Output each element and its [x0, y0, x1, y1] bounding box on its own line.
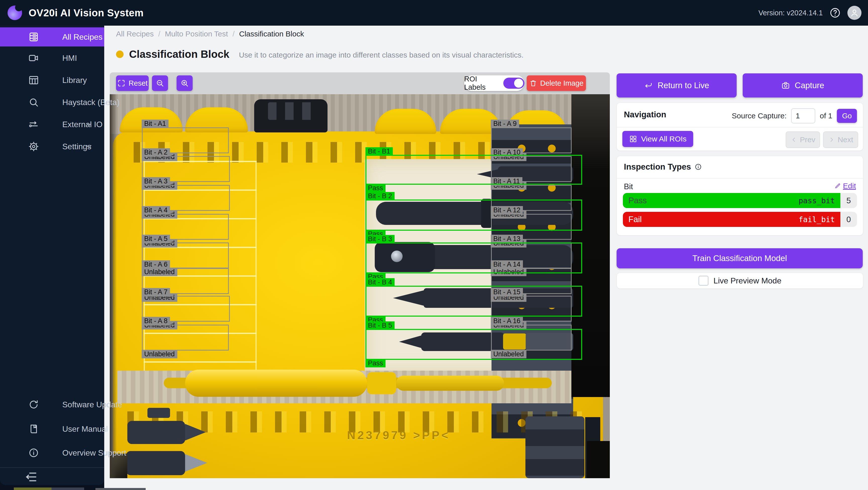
- roi-label: Bit - A 7: [142, 288, 170, 296]
- io-icon: [28, 119, 39, 130]
- sidebar-item-label: User Manual: [62, 425, 108, 434]
- library-icon: [28, 75, 39, 86]
- inspection-types-card: Inspection Types Bit Edit Passpass_bit5F…: [617, 156, 863, 235]
- app-logo-icon: [7, 5, 22, 20]
- return-to-live-button[interactable]: Return to Live: [617, 74, 737, 97]
- of-label: of 1: [820, 112, 832, 120]
- collapse-sidebar-button[interactable]: [24, 470, 42, 485]
- zoom-out-button[interactable]: [152, 76, 168, 91]
- roi-classification-tag: Pass: [366, 184, 385, 192]
- page-description: Use it to categorize an image into diffe…: [239, 49, 523, 59]
- prev-label: Prev: [800, 136, 815, 144]
- train-model-label: Train Classification Model: [692, 254, 787, 263]
- sidebar-item-hmi[interactable]: HMI: [0, 49, 104, 67]
- roi-box-bit-b-5[interactable]: Bit - B 5Pass: [366, 329, 582, 360]
- roi-label: Bit - A 4: [142, 206, 170, 214]
- roi-label: Bit - B1: [366, 147, 393, 155]
- roi-box-bit-b-4[interactable]: Bit - B 4Pass: [366, 286, 582, 317]
- inspection-count: 0: [840, 212, 857, 227]
- next-button[interactable]: Next: [823, 132, 858, 148]
- breadcrumb-separator: /: [232, 30, 235, 38]
- sidebar-item-label: Haystack (Beta): [62, 98, 120, 107]
- roi-classification-tag: Pass: [366, 359, 385, 367]
- version-label: Version: v2024.14.1: [758, 9, 823, 17]
- roi-label: Bit - A 3: [142, 177, 170, 185]
- zoom-in-icon: [180, 79, 189, 88]
- sidebar-item-library[interactable]: Library: [0, 70, 104, 90]
- return-to-live-label: Return to Live: [657, 81, 709, 90]
- roi-labels-toggle[interactable]: [503, 78, 524, 89]
- go-button[interactable]: Go: [837, 109, 857, 123]
- navigation-title: Navigation: [624, 110, 666, 119]
- roi-label: Bit - B 2: [366, 192, 395, 200]
- source-capture-input[interactable]: [791, 108, 815, 123]
- card-divider: [617, 127, 863, 127]
- sidebar-item-settings[interactable]: Settings: [0, 137, 104, 156]
- roi-label: Bit - A1: [142, 120, 168, 128]
- sidebar-item-haystack-beta[interactable]: Haystack (Beta): [0, 93, 104, 112]
- roi-label: Bit - A 16: [491, 317, 523, 325]
- edit-inspection-button[interactable]: Edit: [834, 182, 856, 190]
- delete-image-label: Delete Image: [540, 79, 584, 87]
- chevron-left-icon: [790, 136, 798, 143]
- user-avatar[interactable]: [847, 6, 862, 20]
- zoom-in-button[interactable]: [177, 76, 193, 91]
- refresh-icon: [28, 399, 39, 410]
- page-title: Classification Block: [129, 48, 229, 60]
- delete-image-button[interactable]: Delete Image: [527, 76, 586, 91]
- pencil-icon: [834, 183, 841, 189]
- inspection-row-pass[interactable]: Passpass_bit5: [623, 193, 857, 208]
- background-window-fragment: [52, 488, 84, 490]
- reset-view-button[interactable]: Reset: [116, 76, 149, 91]
- prev-button[interactable]: Prev: [786, 132, 820, 148]
- sidebar-item-label: Overview Support: [62, 448, 126, 458]
- live-preview-checkbox[interactable]: [699, 276, 709, 286]
- captured-image[interactable]: N237979 >PP< Bit - A1UnlabeledBit - A 2U…: [110, 94, 610, 478]
- roi-labels-control: ROI Labels: [464, 76, 524, 91]
- roi-box-bit-b-3[interactable]: Bit - B 3Pass: [366, 242, 582, 273]
- edit-label: Edit: [843, 182, 856, 190]
- roi-box-bit-b1[interactable]: Bit - B1Pass: [366, 155, 582, 185]
- inspection-group-label: Bit: [624, 182, 633, 191]
- roi-label: Bit - B 3: [366, 235, 395, 243]
- sidebar-item-all-recipes[interactable]: All Recipes: [0, 27, 104, 47]
- sidebar-item-overview-support[interactable]: Overview Support: [0, 443, 104, 462]
- reset-view-icon: [117, 79, 126, 87]
- info-icon[interactable]: [694, 163, 702, 171]
- trash-icon: [529, 79, 537, 87]
- capture-button[interactable]: Capture: [743, 74, 863, 97]
- roi-label: Bit - A 9: [491, 120, 519, 128]
- inspection-row-fail[interactable]: Failfail_bit0: [623, 212, 857, 227]
- chevron-down-icon: [84, 142, 94, 151]
- sidebar-item-label: Software Update: [62, 400, 122, 409]
- sidebar-item-external-io[interactable]: External IO: [0, 115, 104, 134]
- roi-label: Bit - A 2: [142, 148, 170, 156]
- app-root: OV20i AI Vision System Version: v2024.14…: [0, 0, 868, 490]
- inspection-count: 5: [840, 193, 857, 208]
- sidebar-item-user-manual[interactable]: User Manual: [0, 420, 104, 438]
- zoom-out-icon: [155, 79, 164, 88]
- app-title: OV20i AI Vision System: [29, 7, 144, 19]
- chevron-down-icon: [84, 120, 94, 129]
- breadcrumb-item[interactable]: All Recipes: [116, 30, 154, 38]
- inspection-bit-name: fail_bit: [799, 215, 835, 224]
- breadcrumb-item[interactable]: Multo Position Test: [165, 30, 228, 38]
- search-icon: [28, 97, 39, 108]
- help-icon[interactable]: [829, 7, 841, 19]
- train-model-button[interactable]: Train Classification Model: [617, 248, 863, 268]
- live-preview-label: Live Preview Mode: [714, 276, 781, 285]
- roi-label: Bit - A 8: [142, 317, 170, 325]
- sidebar-item-software-update[interactable]: Software Update: [0, 395, 104, 414]
- view-all-rois-button[interactable]: View All ROIs: [622, 131, 693, 147]
- roi-label: Bit - A 5: [142, 235, 170, 243]
- roi-box-bit-b-2[interactable]: Bit - B 2Pass: [366, 200, 582, 231]
- sidebar-item-label: All Recipes: [62, 32, 102, 42]
- roi-label: Bit - A 6: [142, 260, 170, 269]
- inspection-class-label: Fail: [628, 214, 642, 224]
- hmi-icon: [28, 53, 39, 64]
- image-viewer: Reset ROI Labels Delete Image: [110, 73, 610, 478]
- live-preview-card: Live Preview Mode: [617, 272, 863, 289]
- roi-box-bit-a-8[interactable]: Bit - A 8Unlabeled: [142, 325, 229, 350]
- card-divider: [617, 178, 863, 179]
- background-window-fragment: [95, 488, 146, 490]
